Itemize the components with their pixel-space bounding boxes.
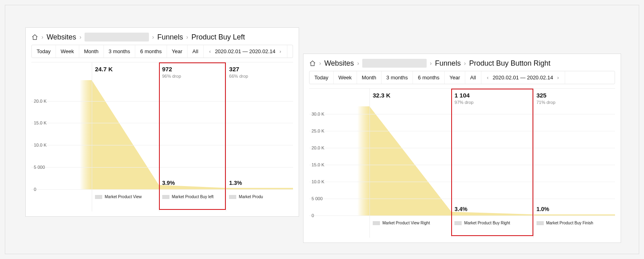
breadcrumb-site-redacted[interactable]: [85, 33, 149, 41]
range-today[interactable]: Today: [32, 45, 56, 58]
funnel-step-legend: Market Product View: [95, 195, 142, 199]
funnel-step-legend: Market Product View Right: [373, 221, 430, 225]
range-year[interactable]: Year: [167, 45, 188, 58]
breadcrumb-current: Product Buy Button Right: [469, 59, 550, 68]
y-axis-tick: 10.0 K: [34, 143, 47, 147]
range-month[interactable]: Month: [79, 45, 104, 58]
chevron-right-icon: ›: [41, 34, 44, 40]
range-6months[interactable]: 6 months: [413, 71, 444, 84]
breadcrumb: › Websites › › Funnels › Product Buy But…: [303, 54, 621, 71]
funnel-step-percent: 1.0%: [537, 206, 549, 212]
range-6months[interactable]: 6 months: [135, 45, 167, 58]
y-axis-tick: 5 000: [34, 165, 45, 170]
date-range-value[interactable]: 2020.02.01 — 2020.02.14: [215, 48, 275, 54]
date-range-selector: Today Week Month 3 months 6 months Year …: [309, 71, 615, 84]
funnel-step-percent: 1.3%: [229, 180, 242, 186]
chevron-right-icon: ›: [356, 60, 360, 66]
funnel-step-legend: Market Produ: [229, 195, 263, 199]
y-axis-tick: 5 000: [312, 196, 323, 201]
funnel-step-percent: 3.4%: [454, 206, 467, 212]
funnel-step-drop: 96% drop: [162, 74, 181, 79]
funnel-step-value: 1 104: [454, 92, 470, 99]
range-3months[interactable]: 3 months: [382, 71, 413, 84]
y-axis-tick: 15.0 K: [312, 162, 324, 167]
range-month[interactable]: Month: [357, 71, 382, 84]
funnel-step-value: 24.7 K: [95, 66, 113, 73]
date-range-next[interactable]: ›: [278, 48, 283, 54]
date-range-prev[interactable]: ‹: [485, 75, 490, 81]
funnel-step-percent: 3.9%: [162, 180, 175, 186]
y-axis-tick: 20.0 K: [312, 145, 324, 150]
funnel-step-drop: 71% drop: [537, 100, 555, 105]
svg-rect-1: [80, 80, 92, 189]
funnel-step-value: 32.3 K: [373, 92, 390, 99]
chevron-right-icon: ›: [151, 34, 155, 40]
range-year[interactable]: Year: [445, 71, 465, 84]
breadcrumb-funnels[interactable]: Funnels: [157, 33, 183, 41]
range-all[interactable]: All: [188, 45, 203, 58]
y-axis-tick: 10.0 K: [312, 179, 324, 184]
home-icon[interactable]: [31, 34, 38, 41]
date-range-next[interactable]: ›: [555, 75, 560, 81]
range-week[interactable]: Week: [56, 45, 79, 58]
funnel-step-value: 327: [229, 66, 239, 73]
breadcrumb-site-redacted[interactable]: [362, 59, 427, 68]
date-range-selector: Today Week Month 3 months 6 months Year …: [31, 45, 293, 58]
y-axis-tick: 0: [312, 213, 314, 218]
range-all[interactable]: All: [465, 71, 481, 84]
funnel-step-legend: Market Product Buy left: [162, 195, 214, 199]
svg-rect-3: [357, 106, 369, 215]
breadcrumb-websites[interactable]: Websites: [47, 33, 76, 41]
chevron-right-icon: ›: [78, 34, 82, 40]
page-frame: › Websites › › Funnels › Product Buy Lef…: [5, 5, 639, 254]
range-3months[interactable]: 3 months: [104, 45, 135, 58]
svg-marker-2: [369, 106, 615, 215]
funnel-chart-right: 05 00010.0 K15.0 K20.0 K25.0 K30.0 K32.3…: [309, 88, 615, 238]
y-axis-tick: 15.0 K: [34, 120, 47, 125]
y-axis-tick: 25.0 K: [312, 128, 324, 133]
y-axis-tick: 0: [34, 187, 36, 192]
funnel-chart-left: 05 00010.0 K15.0 K20.0 K24.7 KMarket Pro…: [31, 62, 293, 211]
range-week[interactable]: Week: [334, 71, 357, 84]
date-range-value[interactable]: 2020.02.01 — 2020.02.14: [493, 75, 553, 81]
funnel-step-legend: Market Product Buy Finish: [537, 221, 593, 225]
funnel-step-legend: Market Product Buy Right: [454, 221, 510, 225]
y-axis-tick: 20.0 K: [34, 99, 47, 104]
chevron-right-icon: ›: [463, 60, 467, 66]
date-range-prev[interactable]: ‹: [208, 48, 213, 54]
y-axis-tick: 30.0 K: [312, 112, 324, 116]
funnel-step-drop: 97% drop: [454, 100, 473, 105]
breadcrumb-current: Product Buy Left: [191, 33, 245, 41]
funnel-step-value: 972: [162, 66, 172, 73]
range-today[interactable]: Today: [310, 71, 334, 84]
chevron-right-icon: ›: [318, 60, 322, 66]
breadcrumb-funnels[interactable]: Funnels: [435, 59, 461, 68]
chevron-right-icon: ›: [186, 34, 189, 40]
funnel-step-drop: 66% drop: [229, 74, 248, 79]
funnel-panel-right: › Websites › › Funnels › Product Buy But…: [303, 54, 621, 243]
svg-marker-0: [92, 80, 293, 189]
breadcrumb: › Websites › › Funnels › Product Buy Lef…: [26, 28, 299, 45]
funnel-step-value: 325: [537, 92, 547, 99]
chevron-right-icon: ›: [429, 60, 433, 66]
funnel-panel-left: › Websites › › Funnels › Product Buy Lef…: [25, 27, 299, 217]
home-icon[interactable]: [309, 60, 316, 67]
breadcrumb-websites[interactable]: Websites: [324, 59, 354, 68]
